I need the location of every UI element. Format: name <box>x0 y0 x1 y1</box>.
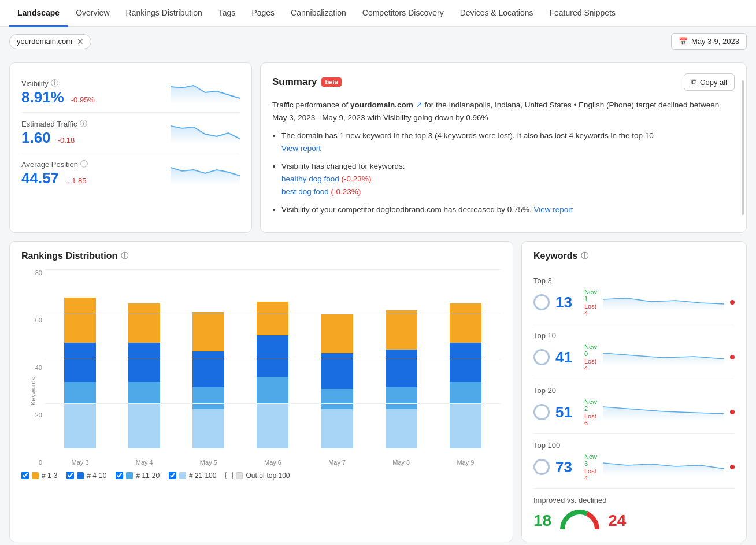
kw-top100-sparkline <box>603 458 724 476</box>
legend-21-100-checkbox[interactable] <box>169 472 176 479</box>
kw-top10-dot <box>730 355 735 359</box>
x-label-may3: May 3 <box>49 459 111 466</box>
legend-21-100-swatch <box>179 472 186 479</box>
domain-filter[interactable]: yourdomain.com ✕ <box>9 34 91 49</box>
kw-top100-changes: New3 Lost4 <box>584 453 597 481</box>
x-axis: May 3 May 4 May 5 May 6 May 7 May 8 May … <box>45 459 501 466</box>
improved-declined-section: Improved vs. declined 18 24 <box>533 489 735 532</box>
declined-count: 24 <box>608 511 626 530</box>
bullet-2-text: Visibility has changed for keywords: <box>281 162 405 170</box>
legend-out-top100-swatch <box>236 472 243 479</box>
kw-top100-row: 73 New3 Lost4 <box>533 453 735 481</box>
position-info-icon[interactable]: ⓘ <box>80 159 88 169</box>
nav-featured-snippets[interactable]: Featured Snippets <box>541 0 623 27</box>
legend-out-top100[interactable]: Out of top 100 <box>225 472 290 480</box>
domain-label: yourdomain.com <box>17 37 72 46</box>
rankings-title: Rankings Distribution ⓘ <box>21 251 501 261</box>
legend-11-20[interactable]: # 11-20 <box>116 472 160 480</box>
copy-icon: ⧉ <box>691 77 696 87</box>
summary-bullet-2: Visibility has changed for keywords: hea… <box>281 160 735 198</box>
legend-21-100[interactable]: # 21-100 <box>169 472 216 480</box>
chart-inner <box>45 269 501 448</box>
nav-landscape[interactable]: Landscape <box>9 0 68 27</box>
nav-pages[interactable]: Pages <box>243 0 283 27</box>
gridlines <box>45 269 501 448</box>
legend-4-10-checkbox[interactable] <box>66 472 74 479</box>
rankings-title-text: Rankings Distribution <box>21 251 117 261</box>
x-label-may7: May 7 <box>306 459 368 466</box>
y-label-20: 20 <box>21 411 42 418</box>
nav-competitors-discovery[interactable]: Competitors Discovery <box>354 0 452 27</box>
copy-all-button[interactable]: ⧉ Copy all <box>684 73 735 91</box>
traffic-change: -0.18 <box>58 136 75 144</box>
legend-4-10-swatch <box>77 472 84 479</box>
x-label-may6: May 6 <box>242 459 303 466</box>
keyword-link-2[interactable]: best dog food <box>281 187 329 196</box>
rankings-info-icon[interactable]: ⓘ <box>121 251 128 261</box>
position-chart <box>171 162 240 185</box>
x-label-may5: May 5 <box>177 459 239 466</box>
gridline-20 <box>45 403 501 404</box>
beta-badge: beta <box>321 77 342 87</box>
position-change: ↓ 1.85 <box>66 176 86 185</box>
traffic-value: 1.60 <box>21 129 51 147</box>
traffic-metric: Estimated Traffic ⓘ 1.60 -0.18 <box>21 113 240 153</box>
gridline-40 <box>45 359 501 359</box>
bullet-3-text: Visibility of your competitor dogfoodbra… <box>281 205 532 214</box>
nav-cannibalization[interactable]: Cannibalization <box>283 0 354 27</box>
y-axis: 0 20 40 60 80 <box>21 269 42 466</box>
bullet-3-link[interactable]: View report <box>534 205 573 214</box>
kw-top20-sparkline <box>603 403 724 421</box>
summary-bullet-1: The domain has 1 new keyword in the top … <box>281 129 735 154</box>
legend-1-3[interactable]: # 1-3 <box>21 472 57 480</box>
calendar-icon: 📅 <box>679 37 688 46</box>
position-label: Average Position <box>21 160 78 169</box>
gauge-chart <box>559 509 600 532</box>
visibility-info-icon[interactable]: ⓘ <box>51 78 58 88</box>
chart-legend: # 1-3 # 4-10 # 11-20 # 21-100 <box>21 472 501 480</box>
kw-top100: Top 100 73 New3 Lost4 <box>533 434 735 489</box>
top-row: Visibility ⓘ 8.91% -0.95% <box>9 62 747 233</box>
summary-body: Traffic performance of yourdomain.com ↗ … <box>272 99 735 216</box>
external-link-icon[interactable]: ↗ <box>416 101 423 109</box>
summary-card: Summary beta ⧉ Copy all Traffic performa… <box>260 62 747 233</box>
nav-overview[interactable]: Overview <box>68 0 117 27</box>
legend-out-top100-checkbox[interactable] <box>225 472 233 479</box>
nav-rankings-distribution[interactable]: Rankings Distribution <box>118 0 210 27</box>
legend-11-20-checkbox[interactable] <box>116 472 123 479</box>
copy-label: Copy all <box>700 78 727 87</box>
summary-domain: yourdomain.com <box>350 101 413 109</box>
kw-top100-number: 73 <box>555 458 579 476</box>
traffic-info-icon[interactable]: ⓘ <box>80 118 87 129</box>
visibility-label: Visibility <box>21 79 49 88</box>
legend-4-10-label: # 4-10 <box>87 472 106 480</box>
kw-top100-new: New3 <box>584 453 597 467</box>
metrics-card: Visibility ⓘ 8.91% -0.95% <box>9 62 252 233</box>
keyword-link-1[interactable]: healthy dog food <box>281 175 339 183</box>
x-label-may9: May 9 <box>435 459 496 466</box>
visibility-chart <box>171 81 240 104</box>
y-label-40: 40 <box>21 364 42 371</box>
kw-top100-dot <box>730 465 735 469</box>
legend-1-3-checkbox[interactable] <box>21 472 29 479</box>
summary-title: Summary beta <box>272 76 342 88</box>
legend-11-20-swatch <box>126 472 133 479</box>
date-range-label: May 3-9, 2023 <box>691 37 739 46</box>
kw-top10-lost: Lost4 <box>584 358 597 372</box>
kw-top3-dot <box>730 300 735 305</box>
ivd-header: Improved vs. declined <box>533 496 735 505</box>
bullet-1-link[interactable]: View report <box>281 144 321 153</box>
ivd-row: 18 24 <box>533 509 735 532</box>
nav-devices-locations[interactable]: Devices & Locations <box>452 0 542 27</box>
main-nav: Landscape Overview Rankings Distribution… <box>0 0 756 27</box>
date-range-picker[interactable]: 📅 May 3-9, 2023 <box>671 33 747 50</box>
close-icon[interactable]: ✕ <box>77 37 84 46</box>
kw-top10-row: 41 New0 Lost4 <box>533 343 735 372</box>
position-value: 44.57 <box>21 169 59 187</box>
legend-4-10[interactable]: # 4-10 <box>66 472 106 480</box>
keywords-info-icon[interactable]: ⓘ <box>581 251 588 261</box>
kw-top10-changes: New0 Lost4 <box>584 343 597 372</box>
keyword-change-1: (-0.23%) <box>342 175 372 183</box>
nav-tags[interactable]: Tags <box>210 0 244 27</box>
scrollbar[interactable] <box>742 80 744 215</box>
